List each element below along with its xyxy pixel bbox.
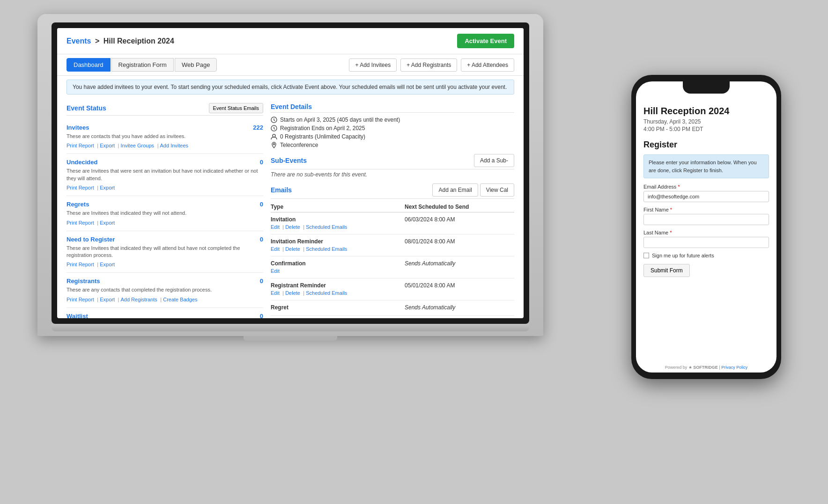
inv-reminder-delete[interactable]: Delete [285, 246, 300, 252]
registrants-count: 0 [260, 278, 263, 285]
sub-events-empty: There are no sub-events for this event. [271, 171, 514, 178]
laptop-screen: Events > Hill Receiption 2024 Activate E… [57, 28, 524, 318]
nav-tabs: Dashboard Registration Form Web Page [67, 58, 217, 72]
email-label: Email Address * [643, 184, 769, 190]
registrants-create-badges[interactable]: Create Badges [163, 297, 197, 302]
detail-starts: Starts on April 3, 2025 (405 days until … [271, 117, 514, 123]
right-panel: Event Details Starts on April 3, 2025 (4… [271, 103, 514, 318]
submit-form-button[interactable]: Submit Form [643, 264, 690, 277]
phone: Hill Reception 2024 Thursday, April 3, 2… [631, 75, 781, 379]
laptop-bezel: Events > Hill Receiption 2024 Activate E… [52, 22, 529, 324]
status-item-waitlist: Waitlist 0 These are any contacts that a… [67, 308, 263, 318]
need-register-print-report[interactable]: Print Report [67, 262, 94, 267]
email-reg-reminder-type: Registrant Reminder [271, 282, 405, 289]
email-confirmation-links: Edit [271, 268, 514, 274]
laptop-base [52, 324, 529, 331]
invitation-delete[interactable]: Delete [285, 224, 300, 230]
svg-point-2 [273, 134, 275, 137]
emails-header: Emails Add an Email View Cal [271, 183, 514, 199]
need-register-name: Need to Register [67, 236, 115, 243]
tab-dashboard[interactable]: Dashboard [67, 58, 111, 72]
invitation-edit[interactable]: Edit [271, 224, 280, 230]
add-invitees-button[interactable]: + Add Invitees [349, 58, 397, 72]
last-name-required-marker: * [670, 230, 672, 235]
inv-reminder-scheduled-emails[interactable]: Scheduled Emails [306, 246, 347, 252]
registrants-export[interactable]: Export [100, 297, 115, 302]
activate-event-button[interactable]: Activate Event [457, 34, 514, 48]
email-row-confirmation: Confirmation Sends Automatically Edit [271, 256, 514, 278]
reg-reminder-edit[interactable]: Edit [271, 290, 280, 296]
registrants-name: Registrants [67, 278, 100, 285]
emails-table: Type Next Scheduled to Send Invitation 0… [271, 202, 514, 316]
event-status-title: Event Status [67, 104, 106, 112]
regrets-print-report[interactable]: Print Report [67, 220, 94, 226]
events-link[interactable]: Events [67, 37, 91, 45]
first-name-required-marker: * [670, 207, 672, 212]
undecided-count: 0 [260, 159, 263, 166]
sub-events-title: Sub-Events [271, 157, 307, 164]
phone-notch [683, 81, 730, 94]
registrants-add[interactable]: Add Registrants [120, 297, 157, 302]
invitees-print-report[interactable]: Print Report [67, 143, 94, 148]
invitees-export[interactable]: Export [100, 143, 115, 148]
event-status-panel: Event Status Event Status Emails Invitee… [67, 103, 263, 318]
future-alerts-checkbox[interactable] [643, 253, 649, 258]
last-name-label: Last Name * [643, 230, 769, 235]
info-banner: You have added invitees to your event. T… [67, 80, 514, 95]
need-register-links: Print Report |Export [67, 261, 263, 268]
event-details-title: Event Details [271, 103, 514, 113]
invitation-scheduled-emails[interactable]: Scheduled Emails [306, 224, 347, 230]
tab-web-page[interactable]: Web Page [175, 58, 217, 72]
email-reg-reminder-links: Edit |Delete |Scheduled Emails [271, 290, 514, 296]
scene: Events > Hill Receiption 2024 Activate E… [0, 0, 828, 504]
laptop: Events > Hill Receiption 2024 Activate E… [37, 14, 543, 379]
email-row-regret: Regret Sends Automatically [271, 300, 514, 316]
detail-reg-ends: Registration Ends on April 2, 2025 [271, 125, 514, 131]
clock-icon-2 [271, 125, 277, 131]
emails-title: Emails [271, 186, 292, 194]
reg-reminder-scheduled-emails[interactable]: Scheduled Emails [306, 290, 347, 296]
tab-registration-form[interactable]: Registration Form [111, 58, 174, 72]
regrets-export[interactable]: Export [100, 220, 115, 226]
main-content: Event Status Event Status Emails Invitee… [57, 98, 524, 318]
first-name-label: First Name * [643, 207, 769, 212]
first-name-input[interactable] [643, 214, 769, 225]
invitees-groups[interactable]: Invitee Groups [120, 143, 154, 148]
event-status-emails-button[interactable]: Event Status Emails [209, 103, 263, 113]
breadcrumb-page: Hill Receiption 2024 [104, 37, 174, 45]
reg-reminder-delete[interactable]: Delete [285, 290, 300, 296]
last-name-input[interactable] [643, 237, 769, 248]
phone-register-title: Register [643, 140, 769, 150]
invitees-add[interactable]: Add Invitees [160, 143, 189, 148]
undecided-export[interactable]: Export [100, 185, 115, 190]
clock-icon [271, 117, 277, 123]
need-register-count: 0 [260, 236, 263, 243]
add-sub-event-button[interactable]: Add a Sub- [474, 154, 514, 167]
need-register-export[interactable]: Export [100, 262, 115, 267]
add-registrants-button[interactable]: + Add Registrants [400, 58, 457, 72]
status-item-regrets: Regrets 0 These are Invitees that indica… [67, 196, 263, 231]
email-required-marker: * [678, 184, 680, 190]
nav-bar: Dashboard Registration Form Web Page + A… [57, 54, 524, 76]
email-input[interactable] [643, 191, 769, 202]
laptop-outer: Events > Hill Receiption 2024 Activate E… [37, 14, 543, 336]
view-calendar-button[interactable]: View Cal [480, 183, 514, 197]
undecided-print-report[interactable]: Print Report [67, 185, 94, 190]
registrants-print-report[interactable]: Print Report [67, 297, 94, 302]
status-item-need-register: Need to Register 0 These are Invitees th… [67, 231, 263, 273]
add-email-button[interactable]: Add an Email [432, 183, 478, 197]
event-details-section: Event Details Starts on April 3, 2025 (4… [271, 103, 514, 148]
status-item-registrants: Registrants 0 These are any contacts tha… [67, 273, 263, 307]
emails-table-header: Type Next Scheduled to Send [271, 202, 514, 212]
svg-point-3 [274, 144, 275, 145]
status-item-invitees: Invitees 222 These are contacts that you… [67, 119, 263, 154]
email-invitation-scheduled: 06/03/2024 8:00 AM [405, 216, 514, 223]
add-attendees-button[interactable]: + Add Attendees [461, 58, 514, 72]
phone-event-date: Thursday, April 3, 2025 [643, 118, 769, 125]
inv-reminder-edit[interactable]: Edit [271, 246, 280, 252]
privacy-policy-link[interactable]: Privacy Policy [721, 365, 747, 370]
phone-content: Hill Reception 2024 Thursday, April 3, 2… [636, 100, 776, 354]
registrants-desc: These are any contacts that completed th… [67, 286, 263, 293]
regrets-desc: These are Invitees that indicated they w… [67, 210, 263, 217]
confirmation-edit[interactable]: Edit [271, 268, 280, 274]
